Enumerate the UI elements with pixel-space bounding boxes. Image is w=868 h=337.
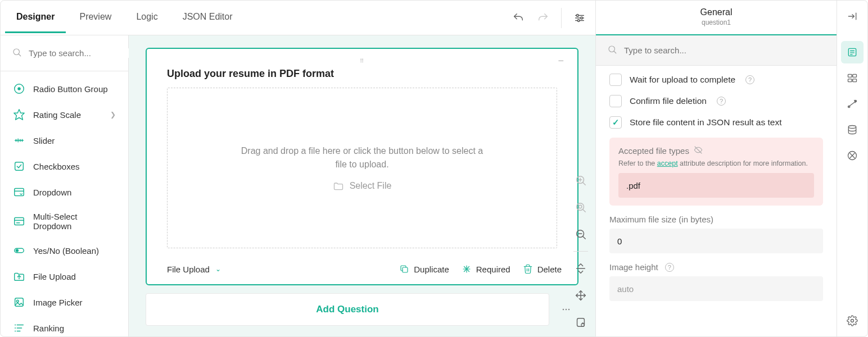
checkbox-icon[interactable] [609, 95, 622, 107]
confirm-delete-checkbox[interactable]: Confirm file deletion ? [609, 95, 823, 107]
tab-logic[interactable]: Logic [125, 3, 169, 33]
zoom-in-button[interactable] [571, 170, 591, 190]
toolbox-item-label: Slider [33, 136, 55, 145]
accepted-types-input[interactable] [618, 173, 814, 198]
zoom-out-button[interactable] [571, 224, 591, 244]
main-tabs-row: Designer Preview Logic JSON Editor [1, 1, 595, 35]
question-title[interactable]: Upload your resume in PDF format [147, 65, 577, 88]
folder-icon [333, 180, 344, 192]
zoom-fit-button[interactable] [571, 197, 591, 217]
toolbox-panel: Radio Button Group Rating Scale ❯ Slider… [1, 35, 129, 336]
rail-tab-logic[interactable] [841, 93, 864, 115]
confirm-delete-label: Confirm file deletion [630, 96, 707, 106]
move-button[interactable] [571, 285, 591, 306]
svg-rect-25 [15, 298, 24, 307]
multiselect-icon [13, 215, 25, 227]
svg-point-26 [16, 300, 19, 302]
help-icon[interactable]: ? [745, 75, 754, 84]
settings-icon[interactable] [568, 7, 591, 29]
toolbox-search [1, 35, 128, 71]
svg-point-5 [577, 19, 580, 21]
svg-line-55 [614, 51, 616, 53]
delete-button[interactable]: Delete [523, 264, 562, 274]
svg-point-9 [17, 87, 21, 90]
add-question-button[interactable]: Add Question [146, 293, 549, 326]
toolbox-item-checkboxes[interactable]: Checkboxes [1, 153, 128, 179]
image-icon [13, 296, 25, 308]
rail-tab-layout[interactable] [841, 67, 864, 89]
toggle-icon [13, 244, 25, 257]
accepted-file-types-field: Accepted file types Refer to the accept … [609, 138, 823, 206]
rail-tab-general[interactable] [841, 41, 864, 63]
search-icon [607, 44, 617, 57]
collapse-vertical-button[interactable] [571, 258, 591, 279]
radio-icon [13, 83, 25, 95]
toolbox-list: Radio Button Group Rating Scale ❯ Slider… [1, 71, 128, 336]
tab-json-editor[interactable]: JSON Editor [171, 3, 244, 33]
toolbox-item-label: Multi-Select Dropdown [33, 212, 116, 231]
accept-link[interactable]: accept [657, 160, 678, 167]
properties-header: General question1 [596, 1, 837, 35]
slider-icon [13, 134, 25, 147]
required-toggle[interactable]: Required [462, 264, 510, 274]
tab-designer[interactable]: Designer [5, 3, 66, 33]
trash-icon [523, 264, 533, 274]
toolbox-item-boolean[interactable]: Yes/No (Boolean) [1, 238, 128, 263]
duplicate-button[interactable]: Duplicate [399, 264, 449, 274]
toolbox-item-ranking[interactable]: Ranking [1, 315, 128, 336]
collapse-panel-button[interactable] [841, 5, 864, 28]
help-icon[interactable]: ? [665, 263, 674, 272]
store-json-checkbox[interactable]: Store file content in JSON result as tex… [609, 116, 823, 129]
accepted-label: Accepted file types [618, 146, 689, 156]
search-icon [12, 47, 22, 60]
undo-button[interactable] [507, 7, 530, 29]
chevron-down-icon: ⌄ [215, 265, 221, 273]
checkbox-icon[interactable] [609, 74, 622, 86]
tab-preview[interactable]: Preview [68, 3, 123, 33]
separator [561, 8, 562, 28]
svg-rect-16 [15, 162, 24, 171]
rail-tab-data[interactable] [841, 119, 864, 141]
toolbox-item-imagepicker[interactable]: Image Picker [1, 289, 128, 315]
wait-upload-checkbox[interactable]: Wait for upload to complete ? [609, 74, 823, 86]
file-upload-icon [13, 270, 25, 283]
question-card[interactable]: ⠿ − Upload your resume in PDF format Dra… [146, 48, 578, 285]
toolbox-item-slider[interactable]: Slider [1, 127, 128, 153]
svg-point-3 [577, 14, 579, 16]
image-height-input[interactable] [609, 276, 823, 301]
toolbox-search-input[interactable] [29, 48, 135, 58]
toolbox-item-radio[interactable]: Radio Button Group [1, 76, 128, 102]
toolbox-item-fileupload[interactable]: File Upload [1, 263, 128, 289]
asterisk-icon [462, 264, 472, 274]
store-json-label: Store file content in JSON result as tex… [630, 117, 782, 127]
toolbox-item-rating[interactable]: Rating Scale ❯ [1, 102, 128, 127]
toolbox-item-multiselect[interactable]: Multi-Select Dropdown [1, 205, 128, 238]
svg-rect-65 [853, 79, 857, 82]
toolbox-item-label: Radio Button Group [33, 84, 108, 94]
rail-settings-button[interactable] [841, 309, 864, 332]
question-type-selector[interactable]: File Upload ⌄ [167, 265, 221, 274]
svg-point-47 [578, 205, 582, 208]
eye-off-icon[interactable] [694, 145, 703, 156]
checkbox-icon[interactable] [609, 116, 622, 129]
props-search-input[interactable] [624, 45, 825, 55]
wait-upload-label: Wait for upload to complete [630, 75, 735, 85]
rail-tab-validation[interactable] [841, 144, 864, 167]
svg-line-7 [19, 54, 21, 56]
svg-point-39 [566, 309, 567, 311]
toolbox-item-label: Ranking [33, 324, 64, 333]
help-icon[interactable]: ? [717, 97, 726, 106]
design-canvas: ⠿ − Upload your resume in PDF format Dra… [129, 35, 595, 336]
star-icon [13, 108, 25, 121]
collapse-icon[interactable]: − [558, 55, 564, 67]
svg-rect-33 [403, 267, 408, 272]
toolbox-item-dropdown[interactable]: Dropdown [1, 179, 128, 205]
dropdown-icon [13, 186, 25, 198]
toolbox-item-label: Dropdown [33, 188, 71, 197]
select-file-button[interactable]: Select File [333, 180, 392, 192]
lock-device-button[interactable] [571, 312, 591, 333]
file-dropzone[interactable]: Drag and drop a file here or click the b… [167, 88, 557, 248]
card-drag-handle[interactable]: ⠿ − [147, 57, 577, 65]
max-size-input[interactable] [609, 229, 823, 253]
redo-button[interactable] [532, 7, 554, 29]
